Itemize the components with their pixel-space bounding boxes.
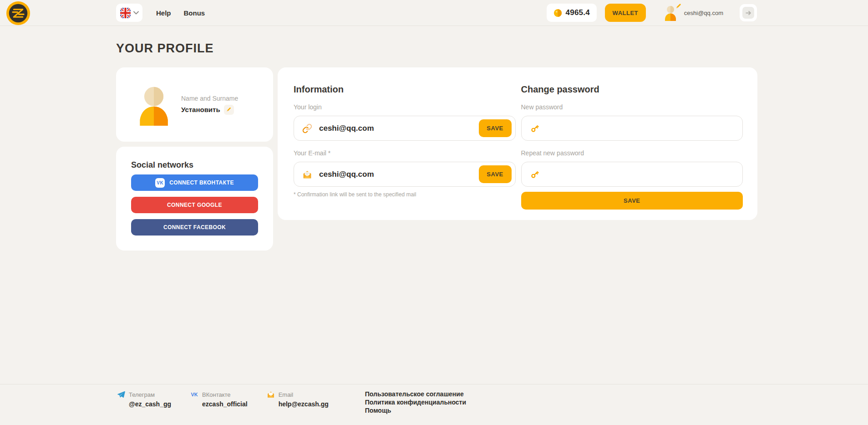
pencil-icon [226, 107, 232, 113]
login-field-wrap: SAVE [294, 116, 516, 141]
repeat-password-label: Repeat new password [521, 149, 743, 157]
email-field-wrap: SAVE [294, 162, 516, 187]
balance-display[interactable]: 4965.4 [547, 4, 597, 22]
repeat-password-input[interactable] [546, 169, 739, 179]
change-password-section: Change password New password Repeat new … [521, 84, 743, 220]
name-surname-label: Name and Surname [181, 95, 238, 102]
information-title: Information [294, 84, 516, 95]
footer: Телеграм @ez_cash_gg VK ВКонтакте ezcash… [0, 384, 868, 425]
email-save-button[interactable]: SAVE [479, 165, 512, 183]
confirmation-note: * Confirmation link will be sent to the … [294, 191, 516, 198]
email-label: Your E-mail * [294, 149, 516, 157]
telegram-label: Телеграм [129, 391, 155, 398]
footer-telegram: Телеграм @ez_cash_gg [117, 390, 171, 425]
social-networks-card: Social networks VK CONNECT ВКОНТАКТЕ CON… [116, 147, 273, 251]
telegram-handle[interactable]: @ez_cash_gg [129, 400, 171, 408]
footer-links: Пользовательское соглашение Политика кон… [365, 390, 466, 425]
footer-email: Email help@ezcash.gg [267, 390, 329, 425]
key-icon [530, 123, 540, 133]
profile-avatar-icon [133, 84, 175, 126]
email-label: Email [279, 391, 294, 398]
main-content: YOUR PROFILE Name and Surname Установить [0, 26, 868, 251]
footer-link-help[interactable]: Помощь [365, 407, 466, 414]
password-save-button[interactable]: SAVE [521, 192, 743, 210]
key-icon [530, 169, 540, 179]
vkontakte-label: ВКонтакте [202, 391, 231, 398]
change-password-title: Change password [521, 84, 743, 95]
login-save-button[interactable]: SAVE [479, 119, 512, 137]
footer-link-terms[interactable]: Пользовательское соглашение [365, 390, 466, 398]
vk-icon: VK [190, 390, 198, 399]
logout-button[interactable] [740, 4, 757, 21]
set-name-link[interactable]: Установить [181, 106, 220, 113]
login-label: Your login [294, 103, 516, 111]
header-user-email: ceshi@qq.com [684, 10, 723, 16]
social-networks-title: Social networks [131, 160, 258, 170]
brand-logo[interactable] [6, 1, 30, 26]
nav-bonus[interactable]: Bonus [184, 9, 205, 17]
footer-link-privacy[interactable]: Политика конфиденциальности [365, 399, 466, 406]
coin-icon [553, 9, 562, 17]
email-input[interactable] [318, 169, 473, 179]
chevron-down-icon [133, 11, 139, 15]
edit-name-button[interactable] [224, 105, 234, 115]
header: Help Bonus 4965.4 WALLET [0, 0, 868, 26]
new-password-field-wrap [521, 116, 743, 141]
account-settings-card: Information Your login SAVE Your E-mail … [278, 67, 757, 220]
email-address[interactable]: help@ezcash.gg [279, 400, 329, 408]
edit-pencil-icon [675, 3, 682, 10]
footer-vkontakte: VK ВКонтакте ezcash_official [190, 390, 248, 425]
uk-flag-icon [120, 8, 131, 18]
header-nav: Help Bonus [156, 9, 205, 17]
connect-vkontakte-button[interactable]: VK CONNECT ВКОНТАКТЕ [131, 174, 258, 191]
envelope-open-icon [302, 169, 312, 179]
vk-icon: VK [155, 178, 165, 188]
repeat-password-field-wrap [521, 162, 743, 187]
profile-card: Name and Surname Установить [116, 67, 273, 142]
page-title: YOUR PROFILE [116, 41, 868, 56]
nav-help[interactable]: Help [156, 9, 171, 17]
telegram-icon [117, 390, 125, 399]
new-password-label: New password [521, 103, 743, 111]
ez-cash-logo-icon [6, 1, 30, 26]
balance-amount: 4965.4 [566, 8, 590, 17]
language-selector[interactable] [116, 4, 142, 22]
connect-google-button[interactable]: CONNECT GOOGLE [131, 197, 258, 213]
email-icon [267, 390, 275, 399]
information-section: Information Your login SAVE Your E-mail … [294, 84, 516, 220]
wallet-button[interactable]: WALLET [605, 4, 646, 22]
logout-arrow-icon [742, 7, 754, 19]
user-avatar[interactable] [662, 5, 679, 21]
vkontakte-handle[interactable]: ezcash_official [202, 400, 248, 408]
link-icon [302, 123, 312, 133]
connect-facebook-button[interactable]: CONNECT FACEBOOK [131, 219, 258, 236]
svg-text:VK: VK [191, 392, 198, 397]
login-input[interactable] [318, 123, 473, 133]
new-password-input[interactable] [546, 123, 739, 133]
